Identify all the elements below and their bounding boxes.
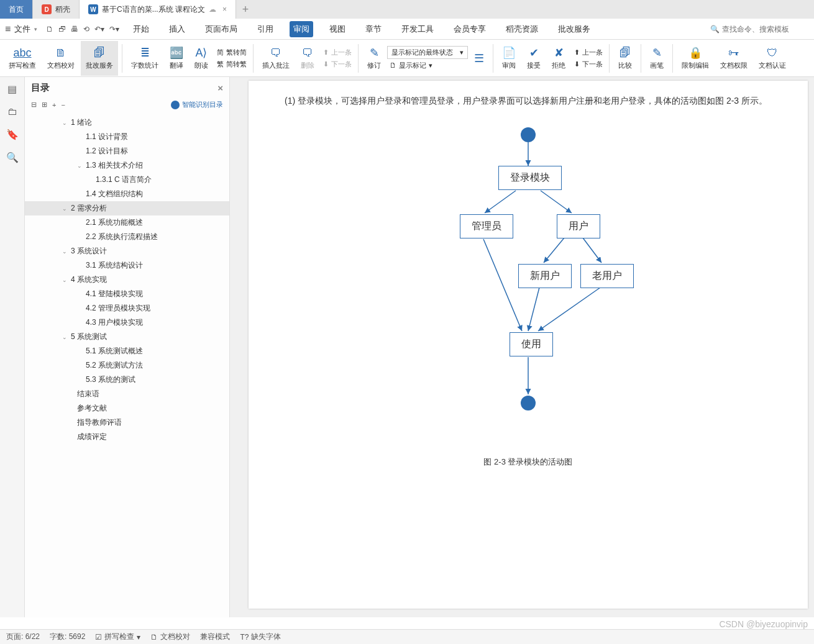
insert-comment-button[interactable]: 🗨插入批注 [257, 41, 295, 76]
markup-state-dropdown[interactable]: 显示标记的最终状态▾ [387, 46, 468, 59]
brush-button[interactable]: ✎画笔 [645, 41, 669, 76]
read-button[interactable]: A⟩朗读 [190, 41, 213, 76]
toc-item[interactable]: 结束语 [25, 387, 229, 401]
search-input[interactable] [722, 25, 809, 34]
toc-item[interactable]: 参考文献 [25, 401, 229, 415]
spellcheck-status[interactable]: ☑拼写检查▾ [95, 632, 140, 642]
toc-item[interactable]: 4.1 登陆模块实现 [25, 287, 229, 301]
review-button[interactable]: 📄审阅 [497, 41, 521, 76]
toc-item[interactable]: 3.1 系统结构设计 [25, 258, 229, 273]
accept-button[interactable]: ✔接受 [522, 41, 546, 76]
tab-shell[interactable]: D稻壳 [33, 0, 80, 19]
newuser-node: 新用户 [518, 264, 572, 288]
missing-font[interactable]: T?缺失字体 [240, 632, 281, 642]
toc-item[interactable]: 5.3 系统的测试 [25, 373, 229, 387]
restrict-button[interactable]: 🔒限制编辑 [677, 41, 714, 76]
wordcount-button[interactable]: ≣字数统计 [126, 41, 163, 76]
next-change-button[interactable]: ⬇下一条 [572, 59, 605, 70]
toc-item[interactable]: 成绩评定 [25, 430, 229, 444]
toc-item[interactable]: 1.4 文档组织结构 [25, 187, 229, 201]
smart-toc-button[interactable]: 智能识别目录 [171, 100, 223, 109]
bookmark-icon[interactable]: 🔖 [6, 129, 19, 140]
menu-tab-4[interactable]: 审阅 [290, 21, 313, 37]
plus-icon[interactable]: + [52, 101, 56, 109]
close-icon[interactable]: × [222, 5, 227, 14]
toc-item-label: 5.2 系统测试方法 [86, 360, 143, 371]
toc-item[interactable]: ⌄2 需求分析 [25, 201, 229, 215]
toc-item[interactable]: ⌄5 系统测试 [25, 330, 229, 344]
delete-comment-button[interactable]: 🗨删除 [296, 41, 319, 76]
toc-item[interactable]: ⌄4 系统实现 [25, 273, 229, 287]
proof-status[interactable]: 🗋文档校对 [150, 632, 190, 642]
show-marks-button[interactable]: 🗋显示标记▾ [387, 60, 468, 71]
menu-tabs: 开始插入页面布局引用审阅视图章节开发工具会员专享稻壳资源批改服务 [129, 21, 594, 37]
find-icon[interactable]: 🔍 [6, 152, 19, 163]
print-preview-icon[interactable]: 🗗 [58, 25, 66, 34]
toc-item[interactable]: 2.2 系统执行流程描述 [25, 230, 229, 244]
toc-item[interactable]: 1.1 设计背景 [25, 130, 229, 144]
menu-tab-1[interactable]: 插入 [165, 21, 189, 37]
sync-icon[interactable]: ☁ [209, 5, 216, 14]
redo-icon[interactable]: ↷▾ [109, 25, 119, 34]
cert-button[interactable]: 🛡文档认证 [754, 41, 791, 76]
tab-home[interactable]: 首页 [0, 0, 33, 19]
toc-item[interactable]: 4.3 用户模块实现 [25, 315, 229, 330]
menu-tab-6[interactable]: 章节 [362, 21, 385, 37]
print-icon[interactable]: 🖶 [71, 25, 78, 34]
use-node: 使用 [510, 332, 553, 356]
outline-icon[interactable]: ▤ [7, 83, 17, 95]
next-comment-button[interactable]: ⬇下一条 [321, 59, 354, 70]
spellcheck-button[interactable]: abc拼写检查 [4, 41, 41, 76]
admin-node: 管理员 [460, 214, 513, 238]
menu-tab-2[interactable]: 页面布局 [201, 21, 241, 37]
perm-button[interactable]: 🗝文档权限 [715, 41, 752, 76]
tab-document[interactable]: W基于C语言的菜...系统 课程论文☁× [80, 0, 236, 19]
page-indicator[interactable]: 页面: 6/22 [6, 632, 40, 642]
toc-item[interactable]: ⌄1 绪论 [25, 116, 229, 130]
toc-item[interactable]: 2.1 系统功能概述 [25, 215, 229, 230]
toc-item[interactable]: 5.1 系统测试概述 [25, 344, 229, 358]
collapse-icon[interactable]: ⊟ [31, 101, 37, 109]
menu-tab-7[interactable]: 开发工具 [398, 21, 437, 37]
menu-tab-5[interactable]: 视图 [326, 21, 349, 37]
save-icon[interactable]: 🗋 [46, 25, 53, 34]
prev-comment-button[interactable]: ⬆上一条 [321, 47, 354, 58]
s2t-button[interactable]: 简繁转简 [214, 47, 249, 58]
menu-tab-0[interactable]: 开始 [129, 21, 153, 37]
translate-button[interactable]: 🔤翻译 [165, 41, 188, 76]
word-count[interactable]: 字数: 5692 [50, 632, 85, 642]
menu-tab-9[interactable]: 稻壳资源 [502, 21, 542, 37]
toc-item[interactable]: 5.2 系统测试方法 [25, 358, 229, 373]
revise-button[interactable]: ✎修订 [362, 41, 386, 76]
menu-tab-8[interactable]: 会员专享 [450, 21, 490, 37]
compat-mode[interactable]: 兼容模式 [200, 632, 230, 642]
service-button[interactable]: 🗐批改服务 [81, 41, 118, 76]
toc-item[interactable]: 指导教师评语 [25, 415, 229, 430]
search-box[interactable]: 🔍 [710, 25, 809, 34]
review-pane-button[interactable]: ☰ [469, 41, 489, 76]
reject-button[interactable]: ✘拒绝 [547, 41, 570, 76]
file-menu[interactable]: 文件 [14, 24, 30, 35]
doc-compare-button[interactable]: 🗎文档校对 [42, 41, 80, 76]
toc-item[interactable]: 4.2 管理员模块实现 [25, 301, 229, 315]
menu-tab-3[interactable]: 引用 [254, 21, 277, 37]
new-tab-button[interactable]: + [236, 0, 255, 19]
toc-item[interactable]: ⌄3 系统设计 [25, 244, 229, 258]
menu-tab-10[interactable]: 批改服务 [554, 21, 594, 37]
close-icon[interactable]: × [217, 83, 223, 93]
toc-item-label: 结束语 [77, 389, 99, 399]
minus-icon[interactable]: − [61, 101, 65, 109]
document-area[interactable]: (1) 登录模块，可选择用户登录和管理员登录，用户登录界面可以选择新用户注册和老… [230, 77, 814, 617]
nav-icon[interactable]: 🗀 [7, 106, 17, 117]
toc-item[interactable]: 1.3.1 C 语言简介 [25, 173, 229, 187]
compare-button[interactable]: 🗐比较 [613, 41, 637, 76]
cert-icon: 🛡 [767, 47, 778, 60]
toc-item[interactable]: ⌄1.3 相关技术介绍 [25, 158, 229, 173]
expand-icon[interactable]: ⊞ [42, 101, 47, 109]
refresh-icon[interactable]: ⟲ [83, 25, 89, 34]
t2s-button[interactable]: 繁简转繁 [214, 59, 249, 70]
prev-change-button[interactable]: ⬆上一条 [572, 47, 605, 58]
toc-item[interactable]: 1.2 设计目标 [25, 144, 229, 158]
hamburger-icon[interactable]: ≡ [5, 24, 11, 35]
undo-icon[interactable]: ↶▾ [94, 25, 104, 34]
